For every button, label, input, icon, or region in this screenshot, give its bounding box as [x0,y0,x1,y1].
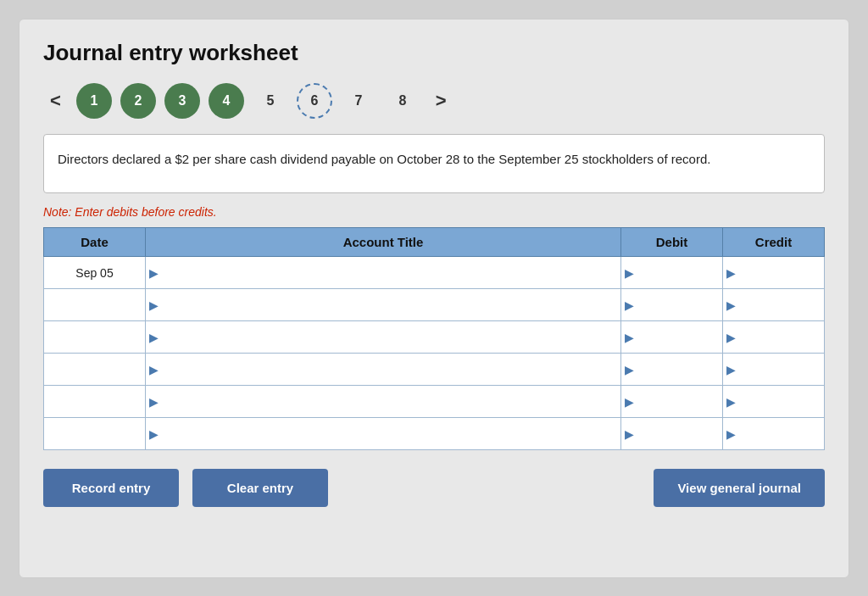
description-box: Directors declared a $2 per share cash d… [43,134,825,194]
table-row: ▶▶▶ [44,386,825,418]
note-text: Note: Enter debits before credits. [43,205,825,219]
account-cell-1: ▶ [146,289,621,321]
debit-cell-1: ▶ [621,289,723,321]
date-cell-4 [44,386,146,418]
record-entry-button[interactable]: Record entry [43,469,179,507]
action-buttons: Record entry Clear entry View general jo… [43,469,825,507]
credit-input-3[interactable] [723,354,824,385]
account-cell-3: ▶ [146,354,621,386]
date-cell-0: Sep 05 [44,257,146,289]
account-cell-5: ▶ [146,418,621,450]
table-row: ▶▶▶ [44,289,825,321]
account-input-2[interactable] [146,321,620,353]
credit-cell-5: ▶ [723,418,825,450]
account-input-0[interactable] [146,257,620,288]
debit-input-5[interactable] [621,418,722,449]
nav-step-1[interactable]: 1 [76,83,112,119]
table-row: Sep 05▶▶▶ [44,257,825,289]
nav-step-8[interactable]: 8 [385,83,420,119]
account-input-5[interactable] [146,418,620,449]
table-row: ▶▶▶ [44,418,825,450]
credit-cell-3: ▶ [723,354,825,386]
date-cell-3 [44,354,146,386]
account-cell-2: ▶ [146,321,621,354]
credit-input-5[interactable] [723,418,824,449]
debit-cell-3: ▶ [621,354,723,386]
debit-input-3[interactable] [621,354,722,385]
nav-step-4[interactable]: 4 [209,83,244,119]
debit-cell-4: ▶ [621,386,723,418]
debit-input-4[interactable] [621,386,722,417]
debit-cell-2: ▶ [621,321,723,354]
nav-step-3[interactable]: 3 [164,83,200,119]
nav-step-2[interactable]: 2 [120,83,156,119]
date-cell-1 [44,289,146,321]
table-row: ▶▶▶ [44,354,825,386]
date-cell-5 [44,418,146,450]
credit-input-2[interactable] [723,321,824,353]
account-cell-0: ▶ [146,257,621,289]
next-button[interactable]: > [429,86,453,115]
nav-step-6[interactable]: 6 [297,83,332,119]
clear-entry-button[interactable]: Clear entry [192,469,328,507]
table-row: ▶▶▶ [44,321,825,354]
credit-cell-4: ▶ [723,386,825,418]
view-general-journal-button[interactable]: View general journal [654,469,825,507]
credit-input-0[interactable] [723,257,824,288]
step-navigation: < 12345678> [43,83,825,119]
page-title: Journal entry worksheet [43,40,825,66]
col-header-account: Account Title [146,228,621,257]
date-cell-2 [44,321,146,354]
worksheet-container: Journal entry worksheet < 12345678> Dire… [19,19,849,578]
credit-input-1[interactable] [723,289,824,320]
debit-input-1[interactable] [621,289,722,320]
account-input-1[interactable] [146,289,620,320]
debit-cell-5: ▶ [621,418,723,450]
col-header-debit: Debit [621,228,723,257]
journal-table: Date Account Title Debit Credit Sep 05▶▶… [43,227,825,450]
credit-input-4[interactable] [723,386,824,417]
account-input-4[interactable] [146,386,620,417]
nav-step-7[interactable]: 7 [341,83,376,119]
nav-step-5[interactable]: 5 [253,83,288,119]
account-cell-4: ▶ [146,386,621,418]
col-header-credit: Credit [723,228,825,257]
debit-cell-0: ▶ [621,257,723,289]
debit-input-0[interactable] [621,257,722,288]
prev-button[interactable]: < [43,86,68,115]
col-header-date: Date [44,228,146,257]
description-text: Directors declared a $2 per share cash d… [58,152,710,166]
account-input-3[interactable] [146,354,620,385]
debit-input-2[interactable] [621,321,722,353]
credit-cell-0: ▶ [723,257,825,289]
credit-cell-1: ▶ [723,289,825,321]
credit-cell-2: ▶ [723,321,825,354]
